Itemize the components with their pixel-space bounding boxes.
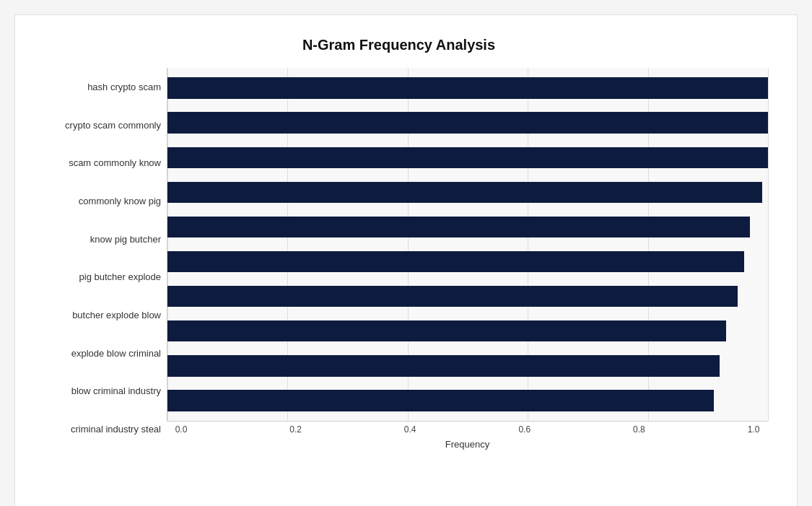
x-tick-2: 0.4 xyxy=(396,424,424,435)
bar-0 xyxy=(167,77,768,98)
bar-row-0 xyxy=(167,71,768,105)
x-tick-5: 1.0 xyxy=(739,424,768,435)
bar-2 xyxy=(167,147,768,168)
y-label-4: know pig butcher xyxy=(90,235,161,244)
chart-title: N-Gram Frequency Analysis xyxy=(30,37,768,53)
bar-7 xyxy=(167,320,726,341)
y-label-2: scam commonly know xyxy=(69,158,161,167)
bar-4 xyxy=(167,217,750,237)
y-label-6: butcher explode blow xyxy=(72,310,161,320)
bar-8 xyxy=(167,355,720,376)
x-tick-0: 0.0 xyxy=(167,424,196,435)
x-tick-1: 0.2 xyxy=(281,424,310,435)
x-axis-title: Frequency xyxy=(167,439,768,450)
bar-rows xyxy=(167,68,768,421)
y-label-9: criminal industry steal xyxy=(71,424,161,434)
y-label-1: crypto scam commonly xyxy=(65,121,161,130)
bar-3 xyxy=(167,182,762,203)
y-label-7: explode blow criminal xyxy=(71,349,161,358)
x-tick-3: 0.6 xyxy=(510,424,539,435)
bar-9 xyxy=(167,390,714,411)
y-label-3: commonly know pig xyxy=(79,196,161,206)
x-tick-4: 0.8 xyxy=(624,424,653,435)
bar-row-3 xyxy=(167,175,768,209)
bar-row-1 xyxy=(167,105,768,140)
y-label-0: hash crypto scam xyxy=(87,82,161,92)
chart-area: hash crypto scamcrypto scam commonlyscam… xyxy=(30,68,768,450)
y-label-5: pig butcher explode xyxy=(79,272,161,282)
bar-row-7 xyxy=(167,314,768,349)
bar-row-9 xyxy=(167,383,768,418)
bar-row-8 xyxy=(167,349,768,383)
y-label-8: blow criminal industry xyxy=(71,386,161,396)
bar-row-6 xyxy=(167,279,768,314)
bar-5 xyxy=(167,251,744,272)
x-axis-labels: 0.00.20.40.60.81.0 xyxy=(167,424,768,435)
bar-row-2 xyxy=(167,140,768,175)
bar-1 xyxy=(167,112,768,133)
bar-row-5 xyxy=(167,244,768,279)
bars-section: 0.00.20.40.60.81.0 Frequency xyxy=(167,68,768,450)
y-axis: hash crypto scamcrypto scam commonlyscam… xyxy=(30,68,167,450)
grid-line-100 xyxy=(768,68,769,421)
chart-container: N-Gram Frequency Analysis hash crypto sc… xyxy=(14,14,798,506)
bar-row-4 xyxy=(167,209,768,244)
bar-6 xyxy=(167,286,738,307)
grid-and-bars xyxy=(167,68,768,422)
